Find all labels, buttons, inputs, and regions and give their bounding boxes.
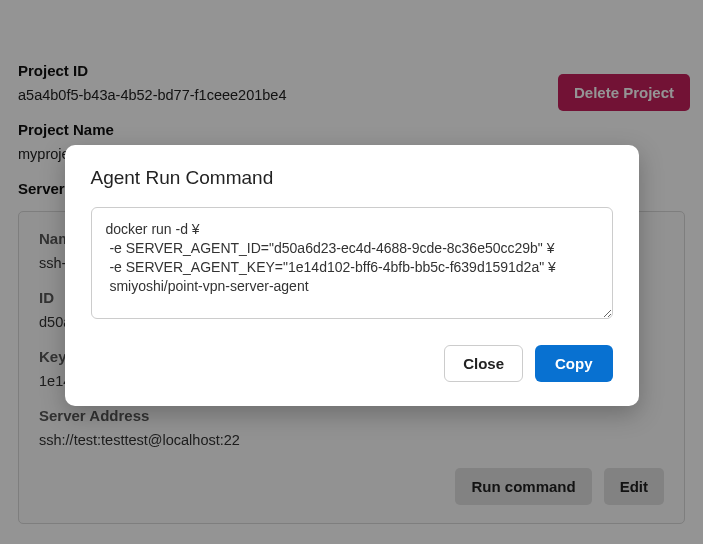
close-button[interactable]: Close: [444, 345, 523, 382]
agent-run-command-modal: Agent Run Command Close Copy: [65, 145, 639, 406]
copy-button[interactable]: Copy: [535, 345, 613, 382]
modal-overlay[interactable]: Agent Run Command Close Copy: [0, 0, 703, 544]
command-textarea[interactable]: [91, 207, 613, 319]
modal-title: Agent Run Command: [91, 167, 613, 189]
